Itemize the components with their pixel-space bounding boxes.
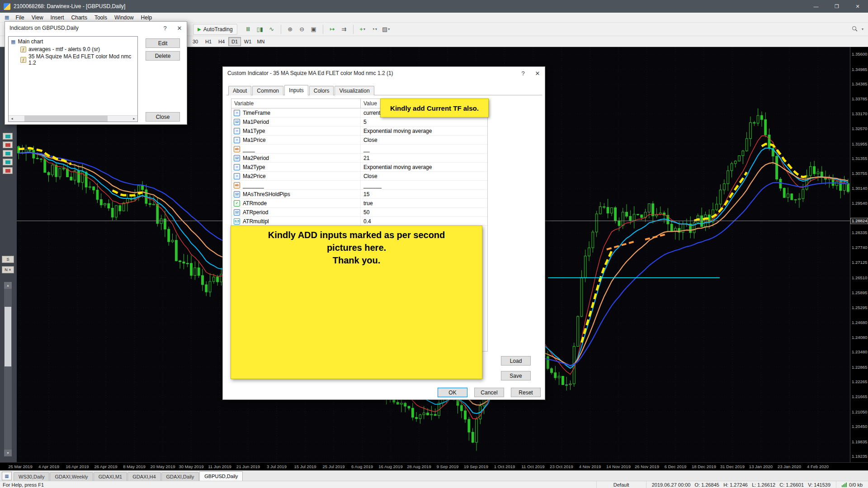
search-icon[interactable] <box>852 25 858 33</box>
status-profile[interactable]: Default <box>596 481 646 488</box>
input-row[interactable]: ≡Ma1TypeExponential moving average <box>231 127 487 136</box>
variable-value[interactable]: Close <box>360 172 487 180</box>
input-row[interactable]: ≡Ma2PriceClose <box>231 172 487 181</box>
auto-scroll-icon[interactable]: ↦ <box>327 24 338 35</box>
minimized-panel[interactable]: S <box>2 256 14 263</box>
variable-value[interactable]: Close <box>360 136 487 144</box>
delete-button[interactable]: Delete <box>146 51 180 61</box>
periods-icon[interactable]: ◔▾ <box>369 24 380 35</box>
scroll-right-icon[interactable]: ► <box>131 116 137 122</box>
input-row[interactable]: ab______ <box>231 145 487 154</box>
custom-indicator-titlebar[interactable]: Custom Indicator - 35 MA Squize MA Ed FL… <box>223 67 545 80</box>
variable-value[interactable]: Exponential moving average <box>360 127 487 135</box>
variable-value[interactable]: __ <box>360 145 487 153</box>
indicators-dialog-titlebar[interactable]: Indicators on GBPUSD,Daily ? ✕ <box>5 22 187 34</box>
minimized-panel[interactable]: N × <box>2 266 14 273</box>
scrollbar-thumb[interactable] <box>24 116 108 122</box>
chart-tab-gbpusd-daily[interactable]: GBPUSD,Daily <box>199 471 243 481</box>
indicators-icon[interactable]: +▾ <box>357 24 368 35</box>
close-button[interactable]: ✕ <box>847 0 868 13</box>
tab-colors[interactable]: Colors <box>309 86 334 95</box>
chart-shift-icon[interactable]: ⇉ <box>339 24 349 35</box>
menu-view[interactable]: View <box>28 14 47 22</box>
tab-about[interactable]: About <box>228 86 251 95</box>
variable-value[interactable]: ______ <box>360 181 487 189</box>
autotrading-button[interactable]: ▶ AutoTrading <box>193 24 237 35</box>
docked-toolbar-icon[interactable] <box>3 159 13 165</box>
chart-tab-gdaxi-weekly[interactable]: GDAXI,Weekly <box>50 472 93 481</box>
scrollbar-track[interactable] <box>15 116 131 122</box>
scrollbar-thumb[interactable] <box>5 307 11 366</box>
menu-help[interactable]: Help <box>137 14 156 22</box>
input-row[interactable]: 12Ma1Period5 <box>231 117 487 127</box>
candlestick-chart-icon[interactable]: ▯▮ <box>255 24 265 35</box>
menu-tools[interactable]: Tools <box>91 14 111 22</box>
help-button[interactable]: ? <box>158 22 172 34</box>
zoom-in-icon[interactable]: ⊕ <box>285 24 296 35</box>
menu-charts[interactable]: Charts <box>68 14 91 22</box>
indicator-tree[interactable]: ▦ Main chart ƒaverages - mtf - alerts 9.… <box>8 36 138 122</box>
variable-value[interactable]: Exponential moving average <box>360 163 487 171</box>
tab-inputs[interactable]: Inputs <box>284 85 308 95</box>
input-row[interactable]: 0.5ATRmultipl0.4 <box>231 217 487 226</box>
vertical-scrollbar[interactable]: ▲ ▼ <box>4 282 12 456</box>
cancel-button[interactable]: Cancel <box>474 388 504 397</box>
indicator-tree-item[interactable]: ƒaverages - mtf - alerts 9.0 (sr) <box>9 46 137 53</box>
menu-insert[interactable]: Insert <box>47 14 68 22</box>
input-row[interactable]: 12ATRperiod50 <box>231 208 487 217</box>
scroll-down-icon[interactable]: ▼ <box>4 450 12 456</box>
scroll-left-icon[interactable]: ◄ <box>9 116 15 122</box>
close-icon[interactable]: ✕ <box>172 22 187 34</box>
variable-value[interactable]: 5 <box>360 117 487 126</box>
tab-visualization[interactable]: Visualization <box>335 86 374 95</box>
docked-toolbar-icon[interactable] <box>3 150 13 157</box>
load-button[interactable]: Load <box>501 356 531 366</box>
input-row[interactable]: 12MAsThreSHoldPips15 <box>231 190 487 199</box>
chart-tab-gdaxi-h4[interactable]: GDAXI,H4 <box>127 472 160 481</box>
tree-root[interactable]: ▦ Main chart <box>9 37 137 46</box>
menu-window[interactable]: Window <box>111 14 137 22</box>
timeframe-d1[interactable]: D1 <box>228 37 241 46</box>
help-button[interactable]: ? <box>516 67 530 80</box>
indicator-tree-item[interactable]: ƒ35 MA Squize MA Ed FLET color Mod nmc 1… <box>9 53 137 66</box>
zoom-out-icon[interactable]: ⊖ <box>297 24 307 35</box>
chart-tab-ws30-daily[interactable]: WS30,Daily <box>14 472 49 481</box>
templates-icon[interactable]: ▨▾ <box>381 24 392 35</box>
scroll-up-icon[interactable]: ▲ <box>4 282 12 289</box>
timeframe-mn[interactable]: MN <box>255 37 267 46</box>
tab-common[interactable]: Common <box>252 86 283 95</box>
minimize-button[interactable]: — <box>806 0 826 13</box>
reset-button[interactable]: Reset <box>511 388 541 397</box>
bar-chart-icon[interactable]: Ⅲ <box>243 24 254 35</box>
variable-value[interactable]: 50 <box>360 208 487 216</box>
input-row[interactable]: ab_____________ <box>231 181 487 190</box>
ok-button[interactable]: OK <box>438 388 467 397</box>
input-row[interactable]: ≡Ma1PriceClose <box>231 136 487 145</box>
variable-value[interactable]: 21 <box>360 154 487 162</box>
close-icon[interactable]: ✕ <box>530 67 545 80</box>
docked-toolbar-icon[interactable] <box>3 133 13 140</box>
menu-file[interactable]: File <box>12 14 28 22</box>
timeframe-w1[interactable]: W1 <box>241 37 254 46</box>
chart-tab-gdaxi-m1[interactable]: GDAXI,M1 <box>94 472 127 481</box>
docked-toolbar-icon[interactable] <box>3 141 13 148</box>
variable-value[interactable]: true <box>360 199 487 207</box>
window-list-icon[interactable]: ▦ <box>2 472 12 480</box>
close-button[interactable]: Close <box>146 112 180 122</box>
docked-toolbar-icon[interactable] <box>3 167 13 174</box>
save-button[interactable]: Save <box>501 371 531 380</box>
input-row[interactable]: ≡Ma2TypeExponential moving average <box>231 163 487 172</box>
maximize-button[interactable]: ❐ <box>826 0 847 13</box>
variable-value[interactable]: 15 <box>360 190 487 198</box>
edit-button[interactable]: Edit <box>146 38 180 48</box>
timeframe-h4[interactable]: H4 <box>215 37 228 46</box>
input-row[interactable]: 12Ma2Period21 <box>231 154 487 163</box>
horizontal-scrollbar[interactable]: ◄ ► <box>9 115 137 122</box>
input-row[interactable]: ✓ATRmodetrue <box>231 199 487 208</box>
timeframe-30[interactable]: 30 <box>189 37 202 46</box>
toolbar-overflow-icon[interactable]: ▾ <box>862 27 863 31</box>
line-chart-icon[interactable]: ∿ <box>266 24 277 35</box>
tile-windows-icon[interactable]: ▣ <box>308 24 319 35</box>
variable-value[interactable]: 0.4 <box>360 217 487 225</box>
chart-tab-gdaxi-daily[interactable]: GDAXI,Daily <box>161 472 199 481</box>
